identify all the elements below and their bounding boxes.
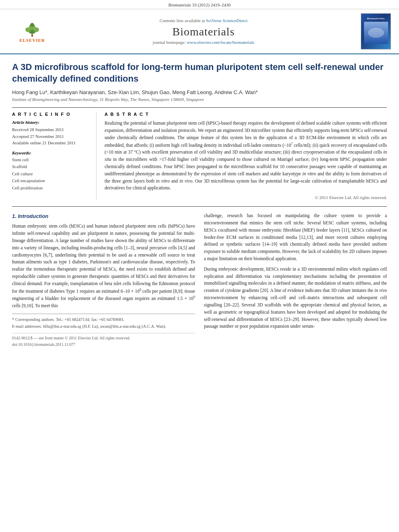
info-section: A R T I C L E I N F O Article history: R…: [12, 107, 387, 200]
footnote-email: E-mail addresses: hflu@ibn.a-star.edu.sg…: [12, 323, 195, 330]
keyword-scaffold: Scaffold: [12, 163, 90, 170]
keyword-cell-encapsulation: Cell encapsulation: [12, 177, 90, 185]
section1-heading: 1. Introduction: [12, 212, 195, 220]
body-col-left: 1. Introduction Human embryonic stem cel…: [12, 212, 195, 347]
body-columns: 1. Introduction Human embryonic stem cel…: [12, 212, 387, 347]
footer-doi: doi:10.1016/j.biomaterials.2011.11.077: [12, 341, 195, 348]
footnote-area: * Corresponding authors. Tel.: +65 68247…: [12, 314, 195, 330]
history-label: Article history:: [12, 120, 90, 125]
abstract-heading: A B S T R A C T: [105, 112, 387, 117]
page: Biomaterials 33 (2012) 2419–2430 ELSEVIE…: [0, 0, 399, 355]
journal-header-center: Contents lists available at SciVerse Sci…: [56, 18, 351, 45]
article-affiliation: Institute of Bioengineering and Nanotech…: [12, 97, 387, 102]
elsevier-logo: ELSEVIER: [14, 21, 50, 43]
article-content: A 3D microfibrous scaffold for long-term…: [0, 54, 399, 355]
copyright: © 2011 Elsevier Ltd. All rights reserved…: [105, 195, 387, 200]
footnote-star: * Corresponding authors. Tel.: +65 68247…: [12, 316, 195, 323]
article-authors: Hong Fang Lu*, Karthikeyan Narayanan, Sz…: [12, 89, 387, 95]
keyword-cell-culture: Cell culture: [12, 170, 90, 178]
elsevier-tree-icon: [22, 22, 42, 37]
body-col-right: challenge, research has focused on manip…: [204, 212, 387, 347]
keyword-cell-proliferation: Cell proliferation: [12, 185, 90, 192]
elsevier-logo-area: ELSEVIER: [8, 21, 56, 43]
footer-area: 0142-9612/$ — see front matter © 2011 El…: [12, 333, 195, 347]
body-para-3: During embryonic development, hESCs resi…: [204, 266, 387, 330]
available-date: Available online 21 December 2011: [12, 140, 90, 146]
sciverse-link[interactable]: SciVerse ScienceDirect: [206, 18, 247, 23]
sciverse-line: Contents lists available at SciVerse Sci…: [56, 18, 351, 23]
abstract-text: Realizing the potential of human pluripo…: [105, 120, 387, 192]
svg-rect-7: [31, 35, 33, 37]
article-info-heading: A R T I C L E I N F O: [12, 112, 90, 117]
journal-citation-bar: Biomaterials 33 (2012) 2419–2430: [0, 0, 399, 9]
article-title: A 3D microfibrous scaffold for long-term…: [12, 62, 387, 84]
body-para-1: Human embryonic stem cells (hESCs) and h…: [12, 223, 195, 309]
footer-issn: 0142-9612/$ — see front matter © 2011 El…: [12, 335, 195, 341]
citation-text: Biomaterials 33 (2012) 2419–2430: [169, 2, 230, 7]
keyword-stem-cell: Stem cell: [12, 156, 90, 164]
journal-title: Biomaterials: [56, 25, 351, 38]
body-para-2: challenge, research has focused on manip…: [204, 212, 387, 263]
homepage-link[interactable]: www.elsevier.com/locate/biomaterials: [187, 40, 255, 45]
journal-homepage: journal homepage: www.elsevier.com/locat…: [56, 40, 351, 45]
journal-cover: Biomaterials: [361, 13, 391, 49]
svg-point-5: [30, 23, 34, 27]
abstract-col: A B S T R A C T Realizing the potential …: [105, 112, 387, 200]
received-date: Received 28 September 2011: [12, 126, 90, 133]
journal-cover-area: Biomaterials: [351, 13, 391, 49]
keywords-label: Keywords:: [12, 150, 90, 155]
journal-header: ELSEVIER Contents lists available at Sci…: [0, 9, 399, 54]
cover-title: Biomaterials: [367, 17, 385, 20]
accepted-date: Accepted 27 November 2011: [12, 133, 90, 140]
elsevier-label: ELSEVIER: [19, 38, 45, 43]
article-info-col: A R T I C L E I N F O Article history: R…: [12, 112, 97, 200]
cover-image: [364, 22, 388, 44]
body-divider: [12, 206, 387, 207]
